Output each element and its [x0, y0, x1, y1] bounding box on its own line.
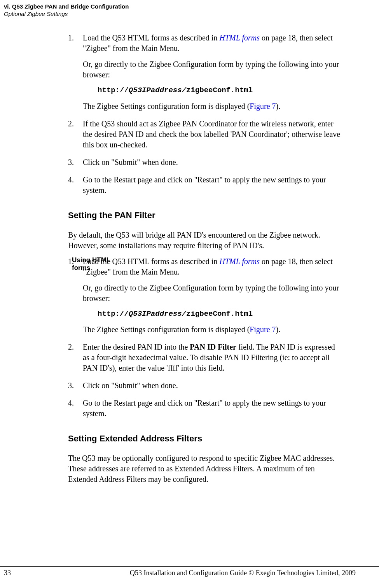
step-item: 4. Go to the Restart page and click on "… [68, 398, 342, 419]
step-subpara: Or, go directly to the Zigbee Configurat… [83, 283, 342, 304]
footer-row: 33 Q53 Installation and Configuration Gu… [0, 569, 379, 577]
link-figure-7[interactable]: Figure 7 [250, 325, 276, 334]
step-number: 2. [68, 342, 74, 352]
step-number: 3. [68, 157, 74, 168]
code-url: http://Q53IPaddress/zigbeeConf.html [98, 86, 342, 96]
page-header: vi. Q53 Zigbee PAN and Bridge Configurat… [0, 0, 379, 17]
step-subpara: Or, go directly to the Zigbee Configurat… [83, 59, 342, 80]
link-figure-7[interactable]: Figure 7 [250, 102, 276, 110]
heading-pan-filter: Setting the PAN Filter [68, 210, 342, 220]
step-number: 1. [68, 256, 74, 267]
step-text: Load the Q53 HTML forms as described in … [83, 33, 333, 52]
step-text: Go to the Restart page and click on "Res… [83, 175, 326, 194]
code-url: http://Q53IPaddress/zigbeeConf.html [98, 309, 342, 319]
page-footer: 33 Q53 Installation and Configuration Gu… [0, 566, 379, 577]
section-block-html-forms: Using HTML forms 1. Load the Q53 HTML fo… [68, 256, 342, 419]
step-item: 3. Click on "Submit" when done. [68, 157, 342, 168]
link-html-forms[interactable]: HTML forms [219, 257, 260, 266]
step-number: 2. [68, 119, 74, 129]
page: vi. Q53 Zigbee PAN and Bridge Configurat… [0, 0, 379, 588]
step-item: 2. If the Q53 should act as Zigbee PAN C… [68, 119, 342, 150]
header-title: vi. Q53 Zigbee PAN and Bridge Configurat… [4, 3, 356, 10]
page-number: 33 [4, 569, 11, 577]
step-number: 4. [68, 175, 74, 185]
steps-list-1: 1. Load the Q53 HTML forms as described … [68, 33, 342, 196]
step-item: 1. Load the Q53 HTML forms as described … [68, 33, 342, 112]
step-number: 4. [68, 398, 74, 408]
heading-extended-address-filters: Setting Extended Address Filters [68, 434, 342, 444]
step-item: 3. Click on "Submit" when done. [68, 380, 342, 391]
step-item: 2. Enter the desired PAN ID into the PAN… [68, 342, 342, 373]
section-intro: The Q53 may be optionally configured to … [68, 453, 342, 485]
step-subpara: The Zigbee Settings configuration form i… [83, 324, 342, 335]
header-subtitle: Optional Zigbee Settings [4, 10, 356, 17]
steps-list-2: 1. Load the Q53 HTML forms as described … [68, 256, 342, 419]
link-html-forms[interactable]: HTML forms [219, 33, 260, 42]
step-subpara: The Zigbee Settings configuration form i… [83, 101, 342, 112]
step-text: Go to the Restart page and click on "Res… [83, 399, 326, 418]
step-item: 4. Go to the Restart page and click on "… [68, 175, 342, 196]
step-item: 1. Load the Q53 HTML forms as described … [68, 256, 342, 335]
section-intro: By default, the Q53 will bridge all PAN … [68, 230, 342, 251]
step-text: Load the Q53 HTML forms as described in … [83, 257, 333, 276]
step-text: Click on "Submit" when done. [83, 381, 178, 390]
step-number: 1. [68, 33, 74, 43]
step-number: 3. [68, 380, 74, 391]
step-text: Click on "Submit" when done. [83, 158, 178, 166]
step-text: If the Q53 should act as Zigbee PAN Coor… [83, 119, 340, 149]
step-text: Enter the desired PAN ID into the PAN ID… [83, 343, 335, 372]
bold-pan-id-filter: PAN ID Filter [190, 343, 236, 351]
footer-text: Q53 Installation and Configuration Guide… [130, 569, 356, 577]
content-area: 1. Load the Q53 HTML forms as described … [0, 33, 379, 485]
